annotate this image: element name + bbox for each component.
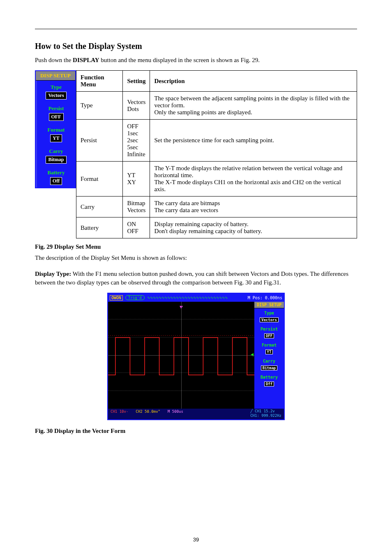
scope-side-label: Format <box>256 343 283 347</box>
scope-side-carry: Carry Bitmap <box>254 356 284 372</box>
td-setting: YT XY <box>123 162 150 197</box>
td-description: Display remaining capacity of battery. D… <box>150 217 357 238</box>
ch1-readout: CH1 10v- <box>111 409 128 414</box>
side-menu-header: DISP SETUP <box>36 71 75 81</box>
sine-wave-decor: ∿∿∿∿∿∿∿∿∿∿∿∿∿∿∿∿∿∿∿∿∿∿∿∿∿∿∿∿ <box>147 296 245 300</box>
scope-side-label: Battery <box>256 375 283 379</box>
table-row: BatteryON OFFDisplay remaining capacity … <box>76 217 357 238</box>
scope-side-type: Type Vectors <box>254 308 284 324</box>
side-item-value: Bitmap <box>46 156 66 164</box>
scope-side-value: Off <box>264 382 274 386</box>
scope-top-bar: OWON Trig'd ∿∿∿∿∿∿∿∿∿∿∿∿∿∿∿∿∿∿∿∿∿∿∿∿∿∿∿∿… <box>108 294 284 302</box>
scope-side-battery: Battery Off <box>254 372 284 388</box>
td-function: Battery <box>76 217 123 238</box>
side-item-label: Carry <box>39 148 74 155</box>
side-item-label: Battery <box>39 169 74 176</box>
td-setting: Vectors Dots <box>123 92 150 120</box>
intro-paragraph: Push down the DISPLAY button and the men… <box>35 56 357 65</box>
display-set-table: Function Menu Setting Description TypeVe… <box>76 70 357 238</box>
scope-side-format: Format YT <box>254 340 284 356</box>
td-description: Set the persistence time for each sampli… <box>150 120 357 162</box>
displaytype-title: Display Type: <box>35 271 71 277</box>
table-row: TypeVectors DotsThe space between the ad… <box>76 92 357 120</box>
displaytype-text: With the F1 menu selection button pushed… <box>35 271 348 286</box>
page-header-rule <box>35 29 357 29</box>
side-item-value: Off <box>50 177 62 185</box>
table-row: CarryBitmap VectorsThe carry data are bi… <box>76 197 357 217</box>
scope-side-value: Bitmap <box>261 365 278 370</box>
scope-canvas <box>108 302 254 409</box>
side-item-value: YT <box>50 134 62 142</box>
scope-side-menu: DISP SETUP Type Vectors Persist OFF Form… <box>254 302 284 409</box>
table-row: PersistOFF 1sec 2sec 5sec InfiniteSet th… <box>76 120 357 162</box>
oscilloscope-figure: OWON Trig'd ∿∿∿∿∿∿∿∿∿∿∿∿∿∿∿∿∿∿∿∿∿∿∿∿∿∿∿∿… <box>107 293 285 420</box>
side-item-carry: Carry Bitmap <box>36 145 75 166</box>
square-waveform <box>108 302 254 407</box>
td-description: The space between the adjacent sampling … <box>150 92 357 120</box>
timebase-readout: M 500us <box>168 409 183 414</box>
trig-level-readout: CH1 15.2v <box>255 409 275 413</box>
th-setting: Setting <box>123 71 150 92</box>
intro-bold: DISPLAY <box>73 57 99 63</box>
table-lead: The description of the Display Set Menu … <box>35 254 357 262</box>
th-description: Description <box>150 71 357 92</box>
displaytype-paragraph: Display Type: With the F1 menu selection… <box>35 270 357 287</box>
td-setting: ON OFF <box>123 217 150 238</box>
scope-bottom-bar: CH1 10v- CH2 50.0mv" M 500us ╱ CH1 15.2v… <box>108 409 284 419</box>
scope-side-label: Type <box>256 311 283 315</box>
fig30-text: Fig. 30 Display in the Vector Form <box>35 428 125 434</box>
td-description: The carry data are bitmaps The carry dat… <box>150 197 357 217</box>
side-item-label: Type <box>39 84 74 90</box>
fig29-label: Fig. 29 Display Set Menu <box>35 243 357 250</box>
scope-side-header: DISP SETUP <box>254 302 284 308</box>
freq-readout: CH1: 999.922Hz <box>250 414 281 418</box>
table-row: FormatYT XYThe Y-T mode displays the rel… <box>76 162 357 197</box>
td-function: Carry <box>76 197 123 217</box>
fig30-label: Fig. 30 Display in the Vector Form <box>35 428 357 435</box>
side-item-format: Format YT <box>36 123 75 145</box>
trigd-badge: Trig'd <box>125 295 145 300</box>
side-item-value: OFF <box>49 113 64 121</box>
side-item-label: Format <box>39 127 74 133</box>
scope-side-label: Persist <box>256 327 283 331</box>
scope-side-persist: Persist OFF <box>254 324 284 340</box>
scope-side-label: Carry <box>256 359 283 363</box>
m-pos-readout: M Pos: 0.000ns <box>248 296 282 300</box>
scope-side-value: YT <box>265 349 273 354</box>
td-function: Format <box>76 162 123 197</box>
ch2-readout: CH2 50.0mv" <box>136 409 160 414</box>
side-item-type: Type Vectors <box>36 81 75 102</box>
side-item-persist: Persist OFF <box>36 102 75 123</box>
side-item-value: Vectors <box>46 92 66 99</box>
td-setting: Bitmap Vectors <box>123 197 150 217</box>
disp-setup-side-menu: DISP SETUP Type Vectors Persist OFF Form… <box>35 70 76 188</box>
fig29-text: Fig. 29 Display Set Menu <box>35 243 101 250</box>
scope-side-value: Vectors <box>260 317 279 322</box>
scope-side-value: OFF <box>264 333 274 338</box>
page-number: 39 <box>0 536 392 543</box>
td-function: Persist <box>76 120 123 162</box>
side-item-label: Persist <box>39 105 74 112</box>
side-item-battery: Battery Off <box>36 166 75 187</box>
td-setting: OFF 1sec 2sec 5sec Infinite <box>123 120 150 162</box>
section-title: How to Set the Display System <box>35 42 357 51</box>
td-function: Type <box>76 92 123 120</box>
owon-logo: OWON <box>110 295 123 301</box>
intro-prefix: Push down the <box>35 57 73 63</box>
intro-suffix: button and the menu displayed in the scr… <box>101 57 260 63</box>
th-function: Function Menu <box>76 71 123 92</box>
td-description: The Y-T mode displays the relative relat… <box>150 162 357 197</box>
